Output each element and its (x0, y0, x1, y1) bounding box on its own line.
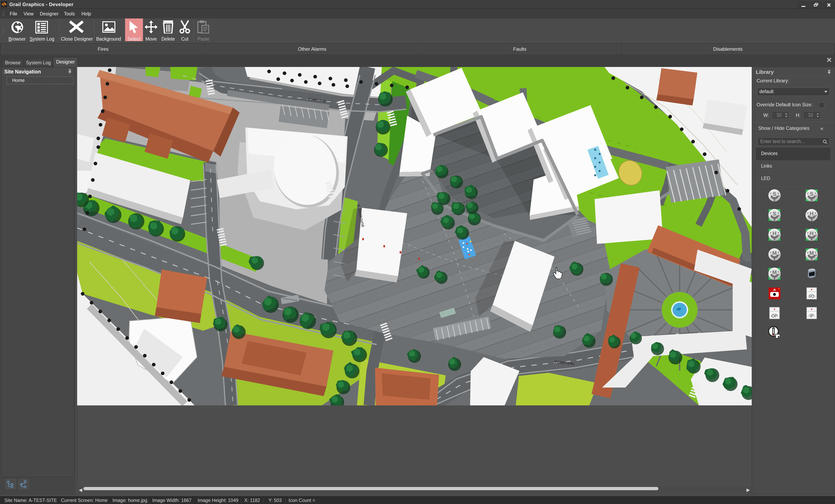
svg-text:OP: OP (772, 314, 777, 318)
svg-text:I/O: I/O (809, 294, 814, 298)
svg-text:S: S (773, 191, 776, 197)
svg-text:H: H (810, 211, 814, 217)
svg-text:M: M (772, 269, 777, 275)
svg-text:S: S (810, 191, 813, 197)
svg-text:M: M (772, 250, 777, 256)
svg-text:M: M (809, 250, 814, 256)
svg-text:H: H (810, 230, 814, 236)
svg-text:S: S (773, 211, 776, 217)
svg-text:IP: IP (810, 314, 814, 318)
svg-text:H: H (773, 230, 776, 236)
